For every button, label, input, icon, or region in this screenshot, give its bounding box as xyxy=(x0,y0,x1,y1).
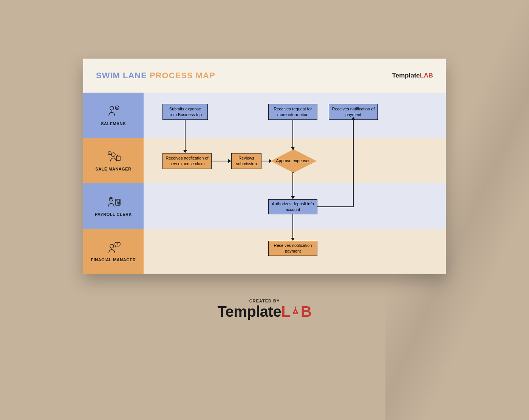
lane-sale-manager: $ SALE MANAGER Receives notification of … xyxy=(83,138,446,183)
lane-head-sale-manager: $ SALE MANAGER xyxy=(83,138,144,183)
svg-point-0 xyxy=(110,106,114,110)
arrow-line xyxy=(185,120,186,138)
lane-financial-manager: $ FINACIAL MANAGER Receives notification… xyxy=(83,229,446,274)
svg-text:$: $ xyxy=(109,152,110,155)
node-receives-info-request: Receives request for more information xyxy=(268,104,317,120)
svg-point-7 xyxy=(109,197,113,201)
arrow-head xyxy=(291,147,295,150)
arrow-line xyxy=(261,161,270,161)
arrow-line xyxy=(317,206,354,207)
title-part1: SWIM LANE xyxy=(96,71,147,80)
lane-head-financial-manager: $ FINACIAL MANAGER xyxy=(83,229,144,274)
svg-text:$: $ xyxy=(116,107,118,109)
swimlane-diagram-card: SWIM LANE PROCESS MAP TemplateLAB $ SALE… xyxy=(83,59,446,274)
title-part2: PROCESS MAP xyxy=(150,71,215,80)
arrow-line xyxy=(212,161,229,161)
clerk-icon xyxy=(106,195,121,209)
lane-body-salesman: Submits expense from Business trip Recei… xyxy=(144,93,446,138)
arrow-head xyxy=(183,150,187,153)
arrow-line xyxy=(292,172,293,183)
lane-body-payroll-clerk: Authorizes deposit info account xyxy=(144,183,446,229)
diagram-header: SWIM LANE PROCESS MAP TemplateLAB xyxy=(83,59,446,93)
salesman-icon: $ xyxy=(106,105,121,118)
svg-point-14 xyxy=(296,313,297,313)
credit-footer: CREATED BY TemplateLB xyxy=(0,299,529,320)
node-approve-expenses: Approve expenses xyxy=(271,149,316,172)
brand-lab: LAB xyxy=(420,72,433,79)
credit-logo: TemplateLB xyxy=(0,303,529,320)
lane-label-payroll-clerk: PAYROLL CLERK xyxy=(95,212,132,217)
node-receives-claim: Receives notification of new expense cla… xyxy=(162,153,212,169)
node-authorizes-deposit: Authorizes deposit info account xyxy=(268,199,317,214)
arrow-line xyxy=(292,120,293,138)
lane-body-sale-manager: Receives notification of new expense cla… xyxy=(144,138,446,183)
lane-head-salesman: $ SALEMANS xyxy=(83,93,144,138)
svg-rect-6 xyxy=(116,156,120,161)
lane-label-sale-manager: SALE MANAGER xyxy=(95,167,131,171)
lane-label-financial-manager: FINACIAL MANAGER xyxy=(91,257,136,262)
arrow-head xyxy=(351,117,355,120)
arrow-line xyxy=(353,120,354,138)
arrow-head xyxy=(291,196,295,199)
svg-text:$: $ xyxy=(117,243,118,245)
lane-head-payroll-clerk: PAYROLL CLERK xyxy=(83,183,144,229)
arrow-line xyxy=(292,183,293,197)
lane-payroll-clerk: PAYROLL CLERK Authorizes deposit info ac… xyxy=(83,183,446,229)
manager-icon: $ xyxy=(106,150,121,164)
brand-logo: TemplateLAB xyxy=(392,72,433,79)
arrow-line xyxy=(292,214,293,229)
node-reviews-submission: Reviews submission xyxy=(231,153,261,169)
svg-point-13 xyxy=(294,313,295,313)
lane-body-financial-manager: Receives notification payment xyxy=(144,229,446,274)
arrow-line xyxy=(353,138,354,183)
diagram-title: SWIM LANE PROCESS MAP xyxy=(96,71,215,81)
flask-icon xyxy=(290,302,301,319)
credit-created-by: CREATED BY xyxy=(0,299,529,303)
arrow-line xyxy=(292,229,293,239)
lane-salesman: $ SALEMANS Submits expense from Business… xyxy=(83,93,446,138)
credit-template: Template xyxy=(218,303,282,320)
arrow-line xyxy=(353,183,354,207)
brand-template: Template xyxy=(392,72,420,79)
node-submit-expense: Submits expense from Business trip xyxy=(162,104,208,120)
svg-point-5 xyxy=(111,153,115,157)
lane-label-salesman: SALEMANS xyxy=(101,121,126,126)
svg-point-12 xyxy=(295,312,296,313)
node-financial-receives-payment: Receives notification payment xyxy=(268,241,317,256)
financial-manager-icon: $ xyxy=(106,241,121,254)
arrow-head xyxy=(228,159,231,163)
svg-point-9 xyxy=(110,244,114,248)
arrow-head xyxy=(291,238,295,241)
arrow-line xyxy=(185,138,186,151)
